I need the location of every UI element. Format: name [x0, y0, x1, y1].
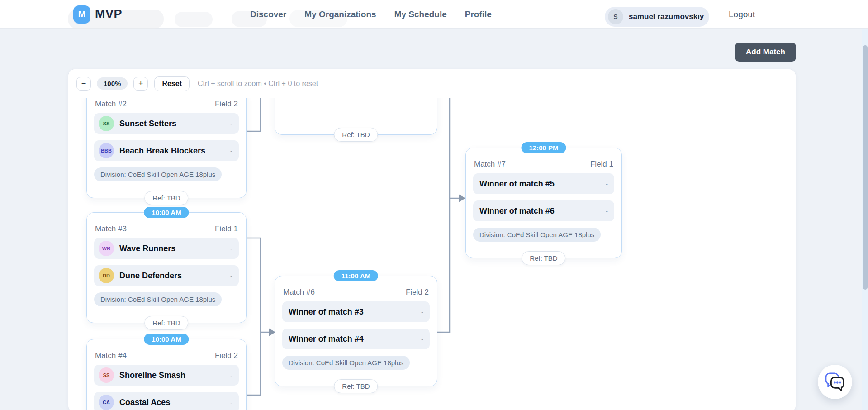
match-field: Field 1: [215, 224, 238, 234]
team-score: -: [230, 399, 232, 406]
match-title: Match #7: [474, 160, 506, 169]
match-card-match-4[interactable]: 10:00 AM Match #4 Field 2 SSShoreline Sm…: [86, 339, 247, 410]
team-row[interactable]: Winner of match #6-: [473, 200, 614, 221]
match-title: Match #3: [95, 224, 127, 234]
match-card-header: Match #4 Field 2: [95, 351, 238, 360]
zoom-in-button[interactable]: +: [133, 77, 148, 91]
match-field: Field 2: [406, 288, 429, 297]
team-name: Shoreline Smash: [119, 371, 185, 380]
team-name: Beach Break Blockers: [119, 146, 205, 156]
user-menu[interactable]: S samuel razumovskiy: [605, 7, 709, 27]
team-name: Winner of match #6: [479, 206, 555, 216]
team-avatar: SS: [99, 367, 114, 383]
team-name: Winner of match #5: [479, 179, 555, 189]
match-field: Field 1: [590, 160, 613, 169]
brand-name: MVP: [95, 7, 122, 21]
team-score: -: [230, 245, 232, 253]
match-card-header: Match #7 Field 1: [474, 160, 613, 169]
skeleton-pill: [175, 12, 213, 27]
connector-m3-m4: [247, 238, 261, 395]
match-teams: Winner of match #3-Winner of match #4-: [282, 301, 430, 349]
team-row[interactable]: CACoastal Aces-: [94, 392, 239, 410]
team-score: -: [421, 335, 423, 343]
reset-zoom-button[interactable]: Reset: [154, 76, 190, 91]
ref-pill: Ref: TBD: [144, 316, 188, 330]
match-teams: Winner of match #5-Winner of match #6-: [473, 173, 614, 221]
division-pill: Division: CoEd Skill Open AGE 18plus: [94, 292, 222, 306]
team-avatar: DD: [99, 268, 114, 283]
match-card-header: Match #3 Field 1: [95, 224, 238, 234]
brand-logo[interactable]: M MVP: [73, 0, 122, 29]
user-name: samuel razumovskiy: [629, 12, 704, 21]
match-time-badge: 10:00 AM: [144, 207, 189, 218]
match-title: Match #4: [95, 351, 127, 360]
team-avatar: WR: [99, 241, 114, 256]
team-name: Coastal Aces: [119, 398, 170, 407]
team-avatar: SS: [99, 116, 114, 131]
nav-profile[interactable]: Profile: [465, 10, 492, 19]
match-field: Field 2: [215, 351, 238, 360]
team-score: -: [606, 180, 608, 188]
team-row[interactable]: BBBBeach Break Blockers-: [94, 140, 239, 161]
zoom-toolbar: − 100% + Reset Ctrl + scroll to zoom • C…: [68, 69, 796, 98]
add-match-button[interactable]: Add Match: [735, 43, 796, 62]
match-title: Match #6: [283, 288, 315, 297]
arrowhead-m7: [459, 194, 465, 202]
match-teams: WRWave Runners-DDDune Defenders-: [94, 238, 239, 286]
match-teams: SSShoreline Smash-CACoastal Aces-: [94, 365, 239, 410]
ref-pill: Ref: TBD: [334, 128, 378, 142]
team-row[interactable]: Winner of match #5-: [473, 173, 614, 194]
connector-m2-up: [247, 98, 261, 131]
avatar: S: [608, 9, 623, 24]
team-avatar: BBB: [99, 143, 114, 158]
team-row[interactable]: Winner of match #3-: [282, 301, 430, 322]
team-row[interactable]: Winner of match #4-: [282, 329, 430, 349]
bracket-panel: Match #2 Field 2 SSSunset Setters-BBBBea…: [68, 69, 796, 410]
logout-button[interactable]: Logout: [729, 0, 755, 29]
ref-pill: Ref: TBD: [144, 191, 188, 205]
team-row[interactable]: WRWave Runners-: [94, 238, 239, 259]
team-name: Winner of match #4: [289, 334, 364, 344]
main-nav: Discover My Organizations My Schedule Pr…: [250, 0, 492, 29]
match-time-badge: 10:00 AM: [144, 334, 189, 345]
ref-pill: Ref: TBD: [522, 251, 565, 265]
match-card-match-3[interactable]: 10:00 AM Match #3 Field 1 WRWave Runners…: [86, 212, 247, 323]
team-score: -: [230, 120, 232, 128]
match-title: Match #2: [95, 100, 127, 109]
team-score: -: [230, 272, 232, 280]
chat-button[interactable]: [818, 365, 852, 399]
team-name: Winner of match #3: [289, 307, 364, 317]
team-name: Sunset Setters: [119, 119, 176, 129]
header: M MVP Discover My Organizations My Sched…: [0, 0, 868, 29]
ref-pill: Ref: TBD: [334, 379, 378, 393]
match-time-badge: 11:00 AM: [334, 270, 378, 281]
chat-bubbles-icon: [825, 372, 845, 392]
bracket-canvas[interactable]: Match #2 Field 2 SSSunset Setters-BBBBea…: [68, 98, 796, 410]
zoom-level-badge: 100%: [97, 77, 128, 90]
match-card-header: Match #6 Field 2: [283, 288, 429, 297]
team-name: Dune Defenders: [119, 271, 182, 281]
zoom-hint-text: Ctrl + scroll to zoom • Ctrl + 0 to rese…: [198, 80, 318, 88]
match-card-match-2[interactable]: Match #2 Field 2 SSSunset Setters-BBBBea…: [86, 98, 247, 198]
team-score: -: [606, 207, 608, 215]
team-row[interactable]: SSSunset Setters-: [94, 113, 239, 134]
nav-discover[interactable]: Discover: [250, 10, 286, 19]
match-teams: SSSunset Setters-BBBBeach Break Blockers…: [94, 113, 239, 161]
zoom-out-button[interactable]: −: [76, 77, 91, 91]
match-card-match-6[interactable]: 11:00 AM Match #6 Field 2 Winner of matc…: [275, 276, 437, 386]
match-field: Field 2: [215, 100, 238, 109]
team-score: -: [230, 372, 232, 379]
match-card-match-5[interactable]: Division: CoEd Skill Open AGE 18plus Ref…: [275, 98, 437, 135]
scrollbar-thumb[interactable]: [863, 45, 868, 290]
nav-my-organizations[interactable]: My Organizations: [304, 10, 376, 19]
team-score: -: [230, 147, 232, 155]
scrollbar-track[interactable]: [862, 29, 868, 410]
team-row[interactable]: DDDune Defenders-: [94, 265, 239, 286]
team-row[interactable]: SSShoreline Smash-: [94, 365, 239, 386]
team-avatar: CA: [99, 395, 114, 410]
division-pill: Division: CoEd Skill Open AGE 18plus: [473, 228, 601, 242]
nav-my-schedule[interactable]: My Schedule: [394, 10, 447, 19]
team-name: Wave Runners: [119, 244, 175, 253]
match-card-match-7[interactable]: 12:00 PM Match #7 Field 1 Winner of matc…: [465, 148, 622, 258]
team-score: -: [421, 308, 423, 316]
